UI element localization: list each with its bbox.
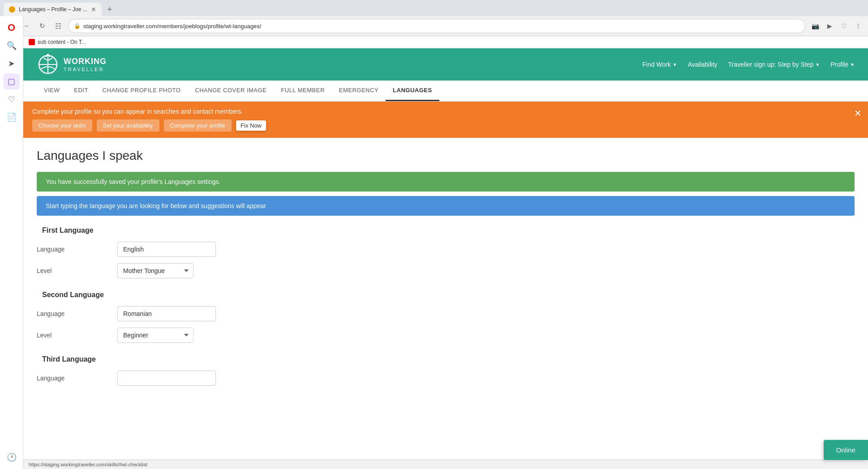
orange-banner: Complete your profile so you can appear … (23, 102, 868, 138)
nav-change-profile-photo[interactable]: CHANGE PROFILE PHOTO (95, 81, 188, 101)
send-icon[interactable]: ➤ (4, 55, 20, 72)
orange-banner-actions: Choose your skills Set your availability… (32, 119, 859, 132)
traveller-signup-chevron: ▼ (816, 62, 820, 67)
tab-close-button[interactable]: ✕ (91, 6, 96, 13)
complete-profile-button[interactable]: Complete your profile (164, 119, 232, 132)
find-work-chevron: ▼ (673, 62, 677, 67)
logo-icon (37, 53, 59, 76)
page-title: Languages I speak (37, 149, 855, 163)
browser-tabs: Languages – Profile – Joe ... ✕ + (0, 0, 868, 16)
nav-profile[interactable]: Profile ▼ (830, 61, 855, 68)
active-tab[interactable]: Languages – Profile – Joe ... ✕ (4, 3, 102, 16)
second-language-label: Language (37, 310, 117, 317)
third-language-title: Third Language (37, 355, 855, 363)
browser-sidebar: O 🔍 ➤ ▢ ♡ 📄 🕐 (0, 16, 23, 469)
notification-icon (29, 39, 35, 45)
page-content: Complete your profile so you can appear … (23, 102, 868, 469)
online-button[interactable]: Online (824, 440, 868, 460)
set-availability-button[interactable]: Set your availability (97, 119, 159, 132)
status-bar: https://staging.workingtraveller.com/ski… (23, 460, 868, 469)
second-level-label: Level (37, 332, 117, 339)
third-language-input[interactable] (117, 371, 216, 386)
url-display: staging.workingtraveller.com/members/joe… (83, 23, 799, 30)
nav-change-cover-image[interactable]: CHANGE COVER IMAGE (188, 81, 274, 101)
clock-icon[interactable]: 🕐 (4, 449, 20, 465)
first-language-row: Language (37, 242, 855, 257)
opera-icon[interactable]: O (4, 20, 20, 36)
nav-full-member[interactable]: FULL MEMBER (274, 81, 331, 101)
cast-button[interactable]: ▶ (823, 20, 836, 32)
site-logo: WORKING TRAVELLER (37, 53, 107, 76)
menu-button[interactable]: ⋮ (852, 20, 864, 32)
first-level-label: Level (37, 267, 117, 274)
browser-chrome: Languages – Profile – Joe ... ✕ + ← → ↻ … (0, 0, 868, 36)
info-banner: Start typing the language you are lookin… (37, 196, 855, 216)
orange-banner-text: Complete your profile so you can appear … (32, 108, 859, 115)
tab-title: Languages – Profile – Joe ... (19, 6, 87, 13)
new-tab-button[interactable]: + (103, 3, 116, 16)
main-wrapper: sub content - On T... WORKING TRAVELLER (23, 36, 868, 469)
profile-chevron: ▼ (850, 62, 855, 67)
first-language-title: First Language (37, 226, 855, 234)
browser-toolbar: ← → ↻ ☷ 🔒 staging.workingtraveller.com/m… (0, 16, 868, 36)
home-button[interactable]: ☷ (52, 20, 64, 32)
toolbar-actions: 📷 ▶ ♡ ⋮ (809, 20, 864, 32)
nav-find-work[interactable]: Find Work ▼ (642, 61, 677, 68)
fix-now-tooltip: Fix Now (236, 120, 266, 131)
bookmark-button[interactable]: ♡ (838, 20, 850, 32)
success-banner: You have successfully saved your profile… (37, 172, 855, 192)
choose-skills-button[interactable]: Choose your skills (32, 119, 92, 132)
first-level-select[interactable]: Mother Tongue Fluent Advanced Intermedia… (117, 263, 193, 278)
second-language-input[interactable] (117, 306, 216, 321)
secondary-nav: VIEW EDIT CHANGE PROFILE PHOTO CHANGE CO… (23, 81, 868, 102)
success-message: You have successfully saved your profile… (46, 178, 221, 185)
second-level-select[interactable]: Mother Tongue Fluent Advanced Intermedia… (117, 328, 193, 343)
sub-notification-bar: sub content - On T... (23, 36, 868, 48)
nav-view[interactable]: VIEW (37, 81, 67, 101)
site-header: WORKING TRAVELLER Find Work ▼ Availabili… (23, 48, 868, 81)
search-icon[interactable]: 🔍 (4, 38, 20, 54)
extensions-icon[interactable]: ▢ (4, 73, 20, 90)
history-icon[interactable]: 📄 (4, 109, 20, 125)
second-language-title: Second Language (37, 291, 855, 299)
orange-banner-close-button[interactable]: ✕ (854, 108, 862, 119)
sub-notification-text: sub content - On T... (38, 39, 86, 45)
site-nav: Find Work ▼ Availability Traveller sign … (642, 61, 855, 68)
first-language-section: First Language Language Level Mother Ton… (37, 226, 855, 278)
tab-favicon (9, 6, 15, 13)
third-language-row: Language (37, 371, 855, 386)
second-language-section: Second Language Language Level Mother To… (37, 291, 855, 343)
security-icon: 🔒 (74, 23, 81, 29)
nav-emergency[interactable]: EMERGENCY (332, 81, 386, 101)
logo-sub: TRAVELLER (64, 67, 107, 72)
second-language-row: Language (37, 306, 855, 321)
favorites-icon[interactable]: ♡ (4, 91, 20, 107)
nav-availability[interactable]: Availability (688, 61, 718, 68)
info-message: Start typing the language you are lookin… (46, 202, 266, 209)
reload-button[interactable]: ↻ (36, 20, 48, 32)
screenshot-button[interactable]: 📷 (809, 20, 821, 32)
first-language-input[interactable] (117, 242, 216, 257)
third-language-label: Language (37, 375, 117, 382)
logo-name: WORKING (64, 57, 107, 67)
first-language-label: Language (37, 246, 117, 253)
nav-edit[interactable]: EDIT (67, 81, 95, 101)
first-level-row: Level Mother Tongue Fluent Advanced Inte… (37, 263, 855, 278)
address-bar[interactable]: 🔒 staging.workingtraveller.com/members/j… (68, 19, 805, 33)
status-bar-url: https://staging.workingtraveller.com/ski… (29, 462, 147, 467)
nav-languages[interactable]: LANGUAGES (386, 81, 439, 101)
nav-traveller-signup[interactable]: Traveller sign up: Step by Step ▼ (728, 61, 820, 68)
third-language-section: Third Language Language (37, 355, 855, 386)
second-level-row: Level Mother Tongue Fluent Advanced Inte… (37, 328, 855, 343)
